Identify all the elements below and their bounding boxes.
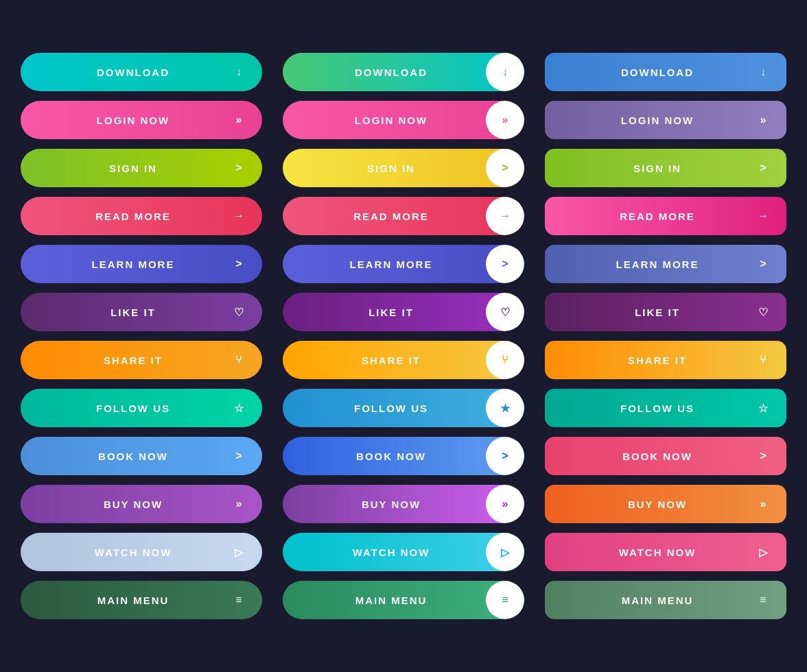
btn-label-login: LOGIN NOW xyxy=(283,115,486,126)
btn-icon-followus: ☆ xyxy=(755,402,771,415)
btn-split-booknow[interactable]: BOOK NOW > xyxy=(283,437,524,475)
btn-icon-booknow: > xyxy=(231,450,247,462)
btn-box-buynow[interactable]: BUY NOW » xyxy=(545,485,786,523)
btn-icon-readmore: → xyxy=(231,210,247,222)
btn-split-learnmore[interactable]: LEARN MORE > xyxy=(283,245,524,283)
btn-icon-wrap-booknow: > xyxy=(486,437,524,475)
button-showcase: DOWNLOAD ↓ LOGIN NOW » SIGN IN > READ MO… xyxy=(0,0,807,672)
btn-icon-login: » xyxy=(755,114,771,126)
btn-box-likeit[interactable]: LIKE IT ♡ xyxy=(545,293,786,331)
btn-icon-download: ↓ xyxy=(755,66,771,78)
btn-label-readmore: READ MORE xyxy=(283,211,486,222)
btn-label-learnmore: LEARN MORE xyxy=(560,259,755,270)
btn-label-learnmore: LEARN MORE xyxy=(36,259,231,270)
btn-label-watchnow: WATCH NOW xyxy=(283,547,486,558)
btn-split-shareit[interactable]: SHARE IT ⑂ xyxy=(283,341,524,379)
btn-label-readmore: READ MORE xyxy=(560,211,755,222)
btn-label-buynow: BUY NOW xyxy=(36,499,231,510)
btn-split-login[interactable]: LOGIN NOW » xyxy=(283,101,524,139)
btn-icon-likeit: ♡ xyxy=(231,306,247,319)
btn-icon-signin: > xyxy=(502,162,508,174)
btn-label-shareit: SHARE IT xyxy=(560,355,755,366)
btn-box-readmore[interactable]: READ MORE → xyxy=(545,197,786,235)
btn-split-mainmenu[interactable]: MAIN MENU ≡ xyxy=(283,581,524,619)
btn-label-booknow: BOOK NOW xyxy=(560,451,755,462)
btn-icon-buynow: » xyxy=(231,498,247,510)
btn-icon-mainmenu: ≡ xyxy=(755,594,771,606)
btn-flat-login[interactable]: LOGIN NOW » xyxy=(21,101,262,139)
btn-flat-download[interactable]: DOWNLOAD ↓ xyxy=(21,53,262,91)
btn-flat-shareit[interactable]: SHARE IT ⑂ xyxy=(21,341,262,379)
btn-label-likeit: LIKE IT xyxy=(560,307,755,318)
btn-split-download[interactable]: DOWNLOAD ↓ xyxy=(283,53,524,91)
btn-label-login: LOGIN NOW xyxy=(36,115,231,126)
btn-label-booknow: BOOK NOW xyxy=(36,451,231,462)
btn-icon-learnmore: > xyxy=(502,258,508,270)
btn-box-booknow[interactable]: BOOK NOW > xyxy=(545,437,786,475)
btn-split-watchnow[interactable]: WATCH NOW ▷ xyxy=(283,533,524,571)
btn-box-shareit[interactable]: SHARE IT ⑂ xyxy=(545,341,786,379)
btn-split-buynow[interactable]: BUY NOW » xyxy=(283,485,524,523)
btn-icon-learnmore: > xyxy=(231,258,247,270)
btn-split-signin[interactable]: SIGN IN > xyxy=(283,149,524,187)
btn-box-signin[interactable]: SIGN IN > xyxy=(545,149,786,187)
btn-icon-signin: > xyxy=(755,162,771,174)
btn-label-followus: FOLLOW US xyxy=(36,403,231,414)
btn-label-watchnow: WATCH NOW xyxy=(560,547,755,558)
btn-flat-followus[interactable]: FOLLOW US ☆ xyxy=(21,389,262,427)
btn-box-followus[interactable]: FOLLOW US ☆ xyxy=(545,389,786,427)
btn-label-login: LOGIN NOW xyxy=(560,115,755,126)
column-3: DOWNLOAD ↓ LOGIN NOW » SIGN IN > READ MO… xyxy=(545,53,786,619)
btn-icon-signin: > xyxy=(231,162,247,174)
btn-icon-followus: ☆ xyxy=(231,402,247,415)
btn-box-mainmenu[interactable]: MAIN MENU ≡ xyxy=(545,581,786,619)
btn-icon-wrap-watchnow: ▷ xyxy=(486,533,524,571)
btn-box-watchnow[interactable]: WATCH NOW ▷ xyxy=(545,533,786,571)
btn-flat-mainmenu[interactable]: MAIN MENU ≡ xyxy=(21,581,262,619)
btn-flat-learnmore[interactable]: LEARN MORE > xyxy=(21,245,262,283)
btn-label-learnmore: LEARN MORE xyxy=(283,259,486,270)
btn-flat-likeit[interactable]: LIKE IT ♡ xyxy=(21,293,262,331)
btn-label-mainmenu: MAIN MENU xyxy=(283,595,486,606)
btn-icon-buynow: » xyxy=(755,498,771,510)
btn-label-download: DOWNLOAD xyxy=(560,67,755,78)
btn-flat-booknow[interactable]: BOOK NOW > xyxy=(21,437,262,475)
btn-label-followus: FOLLOW US xyxy=(283,403,486,414)
btn-split-likeit[interactable]: LIKE IT ♡ xyxy=(283,293,524,331)
column-2: DOWNLOAD ↓ LOGIN NOW » SIGN IN > READ MO… xyxy=(283,53,524,619)
btn-label-download: DOWNLOAD xyxy=(36,67,231,78)
btn-icon-mainmenu: ≡ xyxy=(502,594,508,606)
btn-label-booknow: BOOK NOW xyxy=(283,451,486,462)
btn-icon-mainmenu: ≡ xyxy=(231,594,247,606)
btn-icon-learnmore: > xyxy=(755,258,771,270)
btn-icon-wrap-login: » xyxy=(486,101,524,139)
btn-label-readmore: READ MORE xyxy=(36,211,231,222)
btn-label-signin: SIGN IN xyxy=(36,163,231,174)
btn-flat-watchnow[interactable]: WATCH NOW ▷ xyxy=(21,533,262,571)
btn-label-download: DOWNLOAD xyxy=(283,67,486,78)
btn-flat-buynow[interactable]: BUY NOW » xyxy=(21,485,262,523)
btn-icon-likeit: ♡ xyxy=(500,306,510,319)
btn-box-learnmore[interactable]: LEARN MORE > xyxy=(545,245,786,283)
btn-icon-wrap-likeit: ♡ xyxy=(486,293,524,331)
btn-icon-watchnow: ▷ xyxy=(501,546,509,559)
btn-icon-shareit: ⑂ xyxy=(755,354,771,366)
btn-icon-booknow: > xyxy=(755,450,771,462)
btn-flat-signin[interactable]: SIGN IN > xyxy=(21,149,262,187)
btn-split-readmore[interactable]: READ MORE → xyxy=(283,197,524,235)
btn-split-followus[interactable]: FOLLOW US ★ xyxy=(283,389,524,427)
btn-box-login[interactable]: LOGIN NOW » xyxy=(545,101,786,139)
btn-label-mainmenu: MAIN MENU xyxy=(36,595,231,606)
btn-label-followus: FOLLOW US xyxy=(560,403,755,414)
btn-label-shareit: SHARE IT xyxy=(36,355,231,366)
btn-label-watchnow: WATCH NOW xyxy=(36,547,231,558)
btn-icon-wrap-shareit: ⑂ xyxy=(486,341,524,379)
btn-label-buynow: BUY NOW xyxy=(560,499,755,510)
btn-label-shareit: SHARE IT xyxy=(283,355,486,366)
btn-label-likeit: LIKE IT xyxy=(36,307,231,318)
btn-icon-wrap-mainmenu: ≡ xyxy=(486,581,524,619)
btn-box-download[interactable]: DOWNLOAD ↓ xyxy=(545,53,786,91)
btn-flat-readmore[interactable]: READ MORE → xyxy=(21,197,262,235)
btn-icon-login: » xyxy=(502,114,508,126)
btn-icon-wrap-download: ↓ xyxy=(486,53,524,91)
